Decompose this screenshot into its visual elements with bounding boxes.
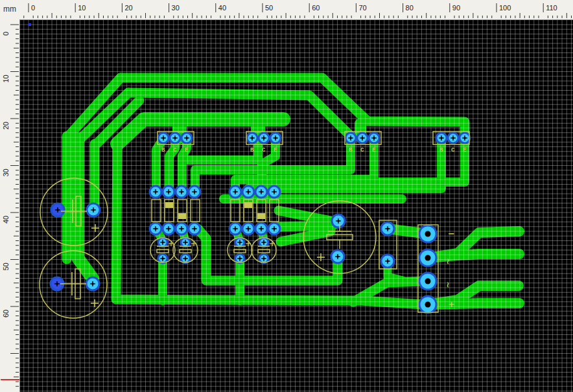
transistor-pin-label: B [161, 147, 165, 154]
pad[interactable] [150, 186, 161, 198]
ruler-label: 70 [358, 4, 366, 12]
ruler-label: 50 [2, 262, 10, 270]
ruler-label: 10 [2, 75, 10, 82]
pad[interactable] [259, 133, 269, 143]
pad[interactable] [381, 222, 394, 235]
pad[interactable] [381, 255, 394, 268]
pad[interactable] [176, 223, 187, 235]
pad[interactable] [332, 214, 345, 227]
connector-pin-label: − [448, 229, 455, 238]
pad[interactable] [189, 186, 200, 198]
ruler-label: 30 [172, 4, 180, 12]
ruler-label: 40 [2, 216, 10, 224]
transistor-pin-label: E [372, 147, 376, 154]
pad[interactable] [419, 296, 436, 313]
pad[interactable] [331, 250, 344, 263]
pad[interactable] [357, 133, 368, 143]
pad[interactable] [242, 223, 254, 235]
ruler-label: 20 [124, 4, 132, 12]
resistor-band [257, 213, 265, 219]
transistor-pin-label: E [274, 147, 277, 154]
transistor-pin-label: B [349, 147, 353, 154]
ruler-label: 20 [2, 122, 10, 130]
pad[interactable] [270, 133, 281, 143]
pad[interactable] [369, 133, 379, 143]
resistor-band [165, 202, 173, 208]
pad[interactable] [86, 277, 99, 290]
pad[interactable] [268, 223, 280, 235]
ruler-label: 90 [452, 4, 460, 12]
pad[interactable] [158, 133, 169, 143]
pad[interactable] [247, 133, 257, 143]
pad[interactable] [419, 249, 436, 266]
transistor-pin-label: E [463, 147, 467, 154]
connector-pin-label: ~ [443, 258, 453, 265]
ruler-label: 60 [2, 310, 10, 317]
pad[interactable] [229, 223, 241, 235]
ruler-label: 30 [2, 168, 10, 176]
pad[interactable] [176, 186, 187, 198]
ruler-label: 0 [2, 32, 10, 36]
pad[interactable] [255, 223, 267, 235]
pad[interactable] [158, 238, 167, 247]
pad[interactable] [436, 133, 447, 143]
pad[interactable] [150, 223, 161, 235]
connector-pin-label: ~ [443, 281, 453, 288]
pad[interactable] [181, 133, 192, 143]
ruler-label: 110 [546, 4, 557, 12]
ruler-label: 40 [218, 4, 226, 12]
pad[interactable] [229, 186, 241, 198]
transistor-pin-label: C [360, 147, 364, 154]
resistor-band [178, 213, 186, 219]
origin-marker [29, 23, 31, 26]
pad[interactable] [189, 223, 200, 235]
pad[interactable] [419, 273, 436, 290]
ruler-unit-label: mm [3, 5, 16, 14]
pad[interactable] [170, 133, 180, 143]
pad[interactable] [460, 133, 470, 143]
transistor-pin-label: C [451, 147, 455, 154]
pcb-editor-window: mm BCEBCEBCEBCE−~~+010203040506070809010… [0, 0, 573, 392]
pad[interactable] [51, 203, 64, 216]
left-ruler: 010203040506070 [0, 19, 20, 392]
transistor-pin-label: B [439, 147, 443, 154]
ruler-label: 10 [78, 4, 86, 12]
transistor-pin-label: B [250, 147, 254, 154]
ruler-label: 60 [312, 4, 320, 12]
transistor-pin-label: C [262, 147, 266, 154]
pad[interactable] [448, 133, 458, 143]
pad[interactable] [181, 238, 190, 247]
ruler-label: 100 [499, 4, 511, 12]
pad[interactable] [163, 223, 174, 235]
pad[interactable] [419, 225, 436, 242]
ruler-label: 50 [265, 4, 273, 12]
pad[interactable] [345, 133, 356, 143]
ruler-label: 0 [31, 4, 35, 12]
connector-pin-label: + [448, 299, 455, 309]
pad[interactable] [163, 186, 174, 198]
pad[interactable] [87, 203, 100, 216]
pad[interactable] [259, 238, 268, 247]
ruler-label: 80 [406, 4, 414, 12]
pad[interactable] [268, 186, 280, 198]
pcb-canvas[interactable]: BCEBCEBCEBCE−~~+010203040506070809010011… [0, 0, 573, 392]
resistor-band [244, 202, 252, 208]
top-ruler: 0102030405060708090100110 [0, 0, 573, 20]
transistor-pin-label: C [173, 147, 177, 154]
trace[interactable] [428, 303, 519, 305]
pad[interactable] [255, 186, 267, 198]
transistor-pin-label: E [185, 147, 189, 154]
pad[interactable] [235, 238, 244, 247]
pad[interactable] [242, 186, 254, 198]
